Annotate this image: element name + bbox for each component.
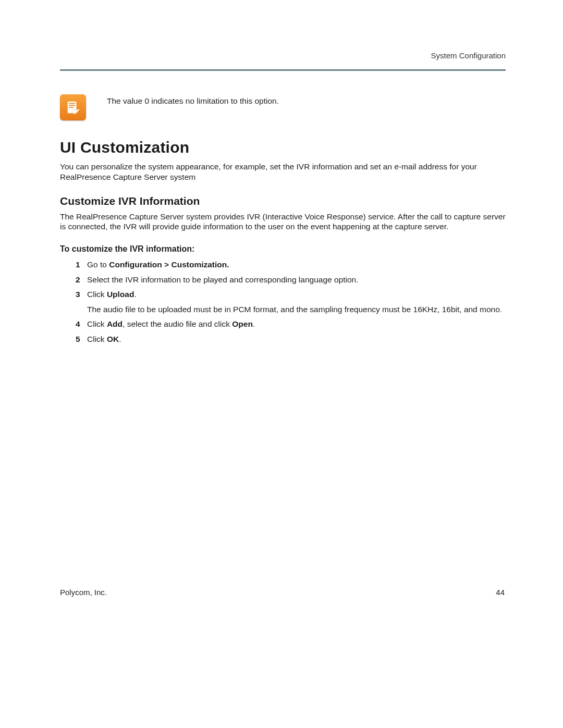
step-number: 4 — [76, 318, 87, 330]
step-body: Click Upload. — [87, 289, 506, 300]
step-body: Click OK. — [87, 334, 506, 345]
note-callout: The value 0 indicates no limitation to t… — [60, 94, 506, 120]
heading-ui-customization: UI Customization — [60, 139, 506, 156]
step-body: Go to Configuration > Customization. — [87, 259, 506, 270]
document-page: System Configuration The value 0 indicat… — [0, 0, 563, 728]
step-body: Click Add, select the audio file and cli… — [87, 318, 506, 330]
step-number: 3 — [76, 289, 87, 300]
step-number: 2 — [76, 274, 87, 286]
step-3: 3 Click Upload. — [76, 289, 506, 300]
header-rule — [60, 69, 506, 71]
header-section-label: System Configuration — [60, 51, 506, 60]
ivr-description: The RealPresence Capture Server system p… — [60, 212, 506, 232]
step-5: 5 Click OK. — [76, 334, 506, 345]
footer-page-number: 44 — [496, 588, 505, 597]
note-icon — [60, 94, 86, 120]
intro-paragraph: You can personalize the system appearanc… — [60, 162, 506, 182]
step-4: 4 Click Add, select the audio file and c… — [76, 318, 506, 330]
note-text: The value 0 indicates no limitation to t… — [107, 94, 279, 106]
step-number: 1 — [76, 259, 87, 270]
step-2: 2 Select the IVR information to be playe… — [76, 274, 506, 286]
heading-steps: To customize the IVR information: — [60, 244, 506, 254]
footer-company: Polycom, Inc. — [60, 588, 107, 597]
step-1: 1 Go to Configuration > Customization. — [76, 259, 506, 270]
step-number: 5 — [76, 334, 87, 345]
steps-list: 1 Go to Configuration > Customization. 2… — [76, 259, 506, 345]
page-footer: Polycom, Inc. 44 — [60, 588, 505, 597]
step-3-sub: The audio file to be uploaded must be in… — [87, 304, 506, 315]
step-body: Select the IVR information to be played … — [87, 274, 506, 286]
heading-customize-ivr: Customize IVR Information — [60, 195, 506, 207]
